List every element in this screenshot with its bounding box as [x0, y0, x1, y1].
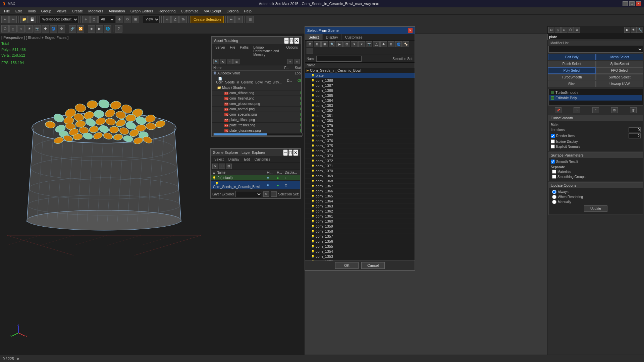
ts-render-iters-checkbox[interactable] — [551, 134, 555, 138]
scene-select-all-button[interactable]: ⊠ — [307, 41, 313, 47]
tree-item-30[interactable]: 💡 corn_1360 — [305, 219, 415, 224]
scene-hierarchy-button[interactable]: ⊡ — [343, 41, 350, 47]
scene-spacewarp-button[interactable]: 🌀 — [395, 41, 402, 47]
tree-item-14[interactable]: 💡 corn_1376 — [305, 138, 415, 143]
stack-show-result-button[interactable]: ⤴ — [592, 107, 599, 113]
ts-materials-checkbox[interactable] — [552, 170, 556, 174]
tree-item-3[interactable]: 💡 corn_1387 — [305, 83, 415, 88]
scale-button[interactable]: ⊞ — [132, 16, 139, 23]
asset-tb-help-button[interactable]: ? — [287, 59, 293, 64]
surface-select-button[interactable]: Surface Select — [596, 74, 644, 80]
select-from-scene-titlebar[interactable]: Select From Scene ✕ — [305, 27, 415, 34]
stack-pin-button[interactable]: 📌 — [555, 107, 561, 113]
scene-light-button[interactable]: ☀ — [358, 41, 365, 47]
asset-row-name-2[interactable]: 📁 Maps / Shaders — [212, 85, 283, 90]
menu-item-maxscript[interactable]: MAXScript — [201, 8, 224, 14]
menu-item-corona[interactable]: Corona — [224, 8, 241, 14]
tree-item-8[interactable]: 💡 corn_1382 — [305, 108, 415, 113]
snap-toggle-button[interactable]: ⊹ — [163, 16, 171, 23]
fpo-select-button[interactable]: FPO Select — [596, 67, 644, 74]
modifier-list-select[interactable] — [548, 46, 643, 53]
helpers-button[interactable]: ✚ — [42, 25, 49, 33]
layer-minimize-button[interactable]: ─ — [283, 149, 287, 156]
ts-smoothing-groups-checkbox[interactable] — [552, 175, 556, 179]
stack-item-editable-poly[interactable]: Editable Poly — [549, 95, 642, 101]
tree-item-17[interactable]: 💡 corn_1373 — [305, 154, 415, 159]
layer-settings-button[interactable]: ⚙ — [263, 191, 269, 197]
poly-select-button[interactable]: Poly Select — [548, 67, 596, 74]
asset-tb-close-small-button[interactable]: ✕ — [294, 59, 300, 64]
mp-tb-btn-util[interactable]: 🔧 — [637, 27, 643, 33]
asset-tb-btn-2[interactable]: ⚙ — [220, 59, 226, 64]
menu-item-help[interactable]: Help — [241, 8, 254, 14]
select-object-button[interactable]: ✛ — [82, 16, 90, 23]
tree-item-21[interactable]: 💡 corn_1369 — [305, 174, 415, 179]
tree-item-4[interactable]: 💡 corn_1386 — [305, 88, 415, 93]
surface-params-header[interactable]: Surface Parameters — [549, 153, 643, 158]
asset-maximize-button[interactable]: □ — [289, 38, 293, 44]
redo-button[interactable]: ↪ — [9, 16, 17, 23]
tree-item-29[interactable]: 💡 corn_1361 — [305, 214, 415, 219]
mp-tb-btn-display[interactable]: 👁 — [631, 27, 637, 33]
tree-item-35[interactable]: 💡 corn_1355 — [305, 244, 415, 249]
tree-item-9[interactable]: 💡 corn_1381 — [305, 113, 415, 118]
asset-menu-file[interactable]: File — [228, 45, 237, 57]
align-button[interactable]: ≡ — [235, 16, 243, 23]
spacewarps-button[interactable]: 🌀 — [50, 25, 57, 33]
update-button[interactable]: Update — [584, 205, 607, 212]
update-when-rendering-radio[interactable] — [552, 195, 556, 199]
tree-item-23[interactable]: 💡 corn_1367 — [305, 184, 415, 189]
layer-menu-select[interactable]: Select — [212, 157, 226, 162]
ts-isoline-checkbox[interactable] — [551, 139, 555, 143]
mp-tb-btn-4[interactable]: ⬡ — [568, 27, 574, 33]
stack-item-turbosmooth[interactable]: TurboSmooth — [549, 90, 642, 95]
create-tab-button[interactable]: ⬡ — [1, 25, 9, 33]
modifier-search-input[interactable] — [547, 34, 644, 40]
tree-item-36[interactable]: 💡 corn_1354 — [305, 249, 415, 254]
lights-button[interactable]: ☀ — [25, 25, 33, 33]
asset-row-name-10[interactable]: PS plate_glossiness.png — [212, 128, 283, 133]
tree-item-0[interactable]: ▶ Corn_Seeds_in_Ceramic_Bowl — [305, 68, 415, 73]
render-button[interactable]: ▶ — [96, 25, 103, 33]
asset-menu-paths[interactable]: Paths — [238, 45, 251, 57]
tree-item-11[interactable]: 💡 corn_1379 — [305, 123, 415, 128]
scene-shape-button[interactable]: △ — [373, 41, 380, 47]
layer-menu-customize[interactable]: Customize — [253, 157, 272, 162]
tree-item-24[interactable]: 💡 corn_1366 — [305, 189, 415, 194]
menu-item-create[interactable]: Create — [69, 8, 86, 14]
tree-item-6[interactable]: 💡 corn_1384 — [305, 98, 415, 103]
tree-item-22[interactable]: 💡 corn_1368 — [305, 179, 415, 184]
turbosmooth-header[interactable]: TurboSmooth — [549, 115, 643, 121]
create-selection-button[interactable]: Create Selection — [191, 16, 224, 23]
tree-item-10[interactable]: 💡 corn_1380 — [305, 118, 415, 123]
menu-item-views[interactable]: Views — [54, 8, 69, 14]
select-from-scene-close-button[interactable]: ✕ — [408, 28, 413, 33]
tree-item-26[interactable]: 💡 corn_1364 — [305, 199, 415, 204]
environment-button[interactable]: 🌐 — [104, 25, 111, 33]
close-button[interactable]: ✕ — [636, 1, 641, 6]
open-button[interactable]: 📁 — [20, 16, 28, 23]
asset-row-name-4[interactable]: PS corn_fresnel.png — [212, 96, 283, 101]
menu-item-animation[interactable]: Animation — [106, 8, 128, 14]
mirror-button[interactable]: ⇔ — [227, 16, 235, 23]
update-options-header[interactable]: Update Options — [549, 183, 643, 188]
menu-item-rendering[interactable]: Rendering — [156, 8, 178, 14]
menu-item-modifiers[interactable]: Modifiers — [86, 8, 106, 14]
percent-snap-button[interactable]: % — [179, 16, 187, 23]
update-manually-radio[interactable] — [552, 200, 556, 204]
update-always-radio[interactable] — [552, 190, 556, 194]
menu-item-tools[interactable]: Tools — [24, 8, 39, 14]
scene-tree[interactable]: ▶ Corn_Seeds_in_Ceramic_Bowl 💡 plate 💡 c… — [305, 68, 415, 260]
named-selections-button[interactable]: ☰ — [247, 16, 254, 23]
tree-item-32[interactable]: 💡 corn_1358 — [305, 229, 415, 234]
tree-item-2[interactable]: 💡 corn_1388 — [305, 78, 415, 83]
layer-row-name-1[interactable]: 💡 Corn_Seeds_in_Ceramic_Bowl — [211, 181, 265, 190]
bind-to-spacewarp-button[interactable]: 🔀 — [77, 25, 84, 33]
layer-menu-edit[interactable]: Edit — [242, 157, 252, 162]
layer-menu-display[interactable]: Display — [226, 157, 241, 162]
scene-bone-button[interactable]: 🦴 — [402, 41, 409, 47]
tree-item-12[interactable]: 💡 corn_1378 — [305, 128, 415, 133]
tree-item-34[interactable]: 💡 corn_1356 — [305, 239, 415, 244]
scene-group-button[interactable]: ⊞ — [388, 41, 394, 47]
menu-item-customize[interactable]: Customize — [178, 8, 201, 14]
